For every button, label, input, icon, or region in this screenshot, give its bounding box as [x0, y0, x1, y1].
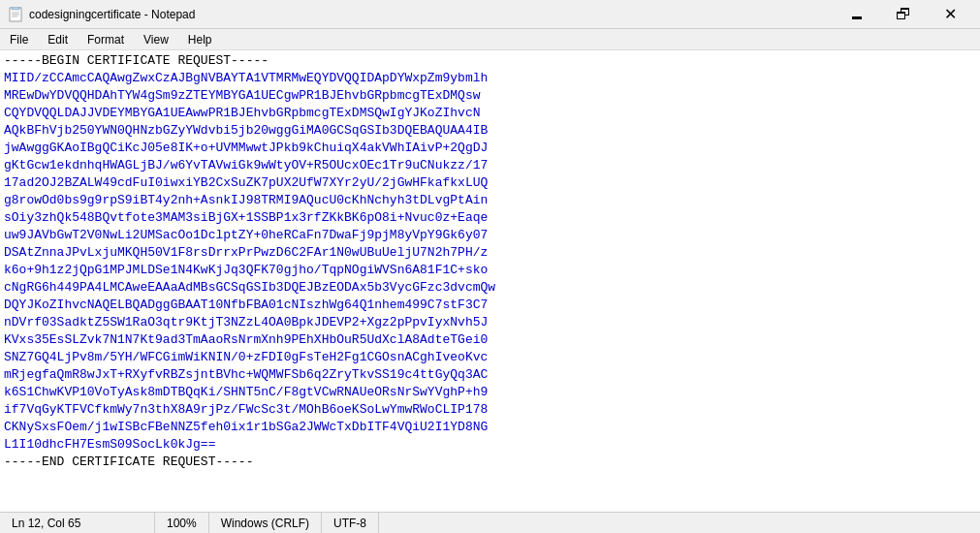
editor-area: -----BEGIN CERTIFICATE REQUEST----- MIID… [0, 50, 980, 512]
status-bar: Ln 12, Col 65 100% Windows (CRLF) UTF-8 [0, 512, 980, 533]
title-bar: codesigningcertificate - Notepad 🗕 🗗 ✕ [0, 0, 980, 29]
close-button[interactable]: ✕ [928, 0, 972, 29]
menu-bar: File Edit Format View Help [0, 29, 980, 50]
window-title: codesigningcertificate - Notepad [29, 8, 195, 21]
maximize-button[interactable]: 🗗 [881, 0, 926, 29]
line-ending: Windows (CRLF) [209, 513, 322, 533]
menu-help[interactable]: Help [178, 29, 222, 49]
menu-file[interactable]: File [0, 29, 38, 49]
notepad-icon [8, 7, 23, 22]
editor-content[interactable]: -----BEGIN CERTIFICATE REQUEST----- MIID… [0, 50, 980, 512]
cursor-position: Ln 12, Col 65 [0, 513, 155, 533]
encoding: UTF-8 [322, 513, 379, 533]
zoom-level: 100% [155, 513, 209, 533]
menu-format[interactable]: Format [78, 29, 134, 49]
window-controls: 🗕 🗗 ✕ [835, 0, 972, 29]
minimize-button[interactable]: 🗕 [835, 0, 879, 29]
menu-view[interactable]: View [134, 29, 178, 49]
svg-rect-1 [12, 7, 19, 10]
menu-edit[interactable]: Edit [38, 29, 78, 49]
